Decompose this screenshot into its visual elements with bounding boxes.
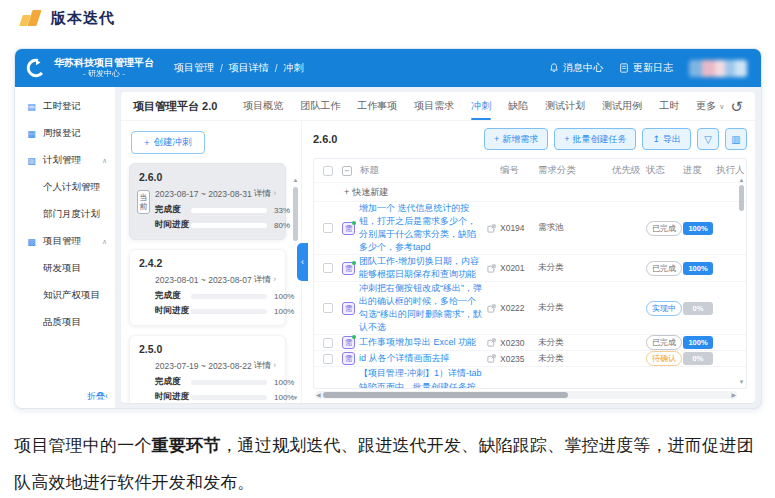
- sprint-version: 2.5.0: [139, 343, 276, 355]
- export-button[interactable]: ↥导出: [642, 128, 691, 150]
- plus-icon: +: [344, 187, 349, 197]
- sprint-detail-title: 2.6.0: [313, 133, 337, 145]
- table-row: 需 团队工作-增加切换日期，内容能够根据日期保存和查询功能 X0201 未分类 …: [314, 255, 746, 282]
- status-badge: 待确认: [646, 351, 682, 366]
- sidebar-group-plan[interactable]: ▧ 计划管理 ∧: [15, 147, 115, 174]
- row-checkbox[interactable]: [323, 338, 333, 348]
- work-item-title[interactable]: 冲刺把右侧按钮改成“移出”，弹出的确认框的时候，多给一个勾选“移出的同时删除需求…: [359, 282, 483, 334]
- scroll-right-icon[interactable]: ▶: [731, 391, 736, 399]
- app-brand: 华苏科技项目管理平台 - 研发中心 -: [54, 57, 154, 80]
- time-progress-value: 80%: [274, 221, 290, 230]
- sidebar-collapse-button[interactable]: 折叠‹: [87, 390, 108, 403]
- open-link-icon[interactable]: [487, 304, 496, 313]
- requirements-table: − 标题 编号 需求分类 优先级 状态 进度 执行人: [313, 158, 747, 389]
- scrollbar-thumb[interactable]: [739, 185, 744, 211]
- breadcrumb-item[interactable]: 项目管理: [174, 61, 214, 75]
- table-vertical-scrollbar[interactable]: ▲ ▼: [738, 184, 745, 378]
- open-link-icon[interactable]: [487, 338, 496, 347]
- sidebar-item-quality-project[interactable]: 品质项目: [15, 309, 115, 336]
- scroll-down-icon[interactable]: ▼: [292, 395, 299, 401]
- tab-bar: 项目概览 团队工作 工作事项 项目需求 冲刺 缺陷 测试计划 测试用例 工时 更…: [243, 92, 724, 120]
- open-link-icon[interactable]: [487, 354, 496, 363]
- tab-test-cases[interactable]: 测试用例: [602, 92, 642, 120]
- scrollbar-thumb[interactable]: [323, 392, 568, 398]
- open-link-icon[interactable]: [487, 264, 496, 273]
- tab-test-plan[interactable]: 测试计划: [545, 92, 585, 120]
- column-status: 状态: [646, 164, 683, 177]
- sidebar-item-rd-project[interactable]: 研发项目: [15, 255, 115, 282]
- work-item-title[interactable]: 【项目管理-冲刺】1）详情-tab缺陷页面中，批量创建任务按钮感觉多余，需要自己…: [359, 367, 483, 388]
- sprint-list-panel: + 创建冲刺 2.6.0 当前 2023-08-17 ~ 2023-08-31: [121, 121, 302, 403]
- progress-badge: 0%: [683, 352, 713, 365]
- sidebar-item-dept-monthly-plan[interactable]: 部门月度计划: [15, 201, 115, 228]
- sprint-detail-panel: ‹ 2.6.0 +新增需求 +批量创建任务 ↥导出 ▽ ▥: [302, 121, 755, 403]
- progress-badge: 100%: [683, 222, 713, 235]
- tab-project-overview[interactable]: 项目概览: [243, 92, 283, 120]
- sprint-list-scrollbar[interactable]: ▲ ▼: [292, 185, 299, 393]
- tab-team-work[interactable]: 团队工作: [300, 92, 340, 120]
- tab-more[interactable]: 更多 ∨: [696, 92, 724, 120]
- collapse-all-icon[interactable]: −: [342, 166, 352, 176]
- work-item-title[interactable]: 增加一个 迭代信息统计的按钮，打开之后是需求多少个，分别属于什么需求分类，缺陷多…: [359, 202, 483, 254]
- breadcrumb-item[interactable]: 项目详情: [229, 61, 269, 75]
- add-requirement-button[interactable]: +新增需求: [484, 128, 548, 150]
- time-progress-label: 时间进度: [155, 391, 191, 403]
- sprint-date-range: 2023-08-17 ~ 2023-08-31: [155, 189, 252, 199]
- collapse-panel-handle[interactable]: ‹: [297, 243, 308, 281]
- sprint-detail-link[interactable]: 详情 ›: [254, 360, 276, 372]
- column-settings-button[interactable]: ▥: [725, 128, 747, 150]
- sidebar-item-timesheet[interactable]: ▤ 工时登记: [15, 93, 115, 120]
- select-all-checkbox[interactable]: [323, 166, 333, 176]
- scroll-up-icon[interactable]: ▲: [292, 177, 299, 183]
- back-icon[interactable]: ↺: [730, 99, 743, 114]
- tab-sprint[interactable]: 冲刺: [471, 92, 491, 120]
- open-link-icon[interactable]: [487, 224, 496, 233]
- table-row: 需 工作事项增加导出 Excel 功能 X0230 未分类 已完成 100%: [314, 335, 746, 351]
- filter-button[interactable]: ▽: [697, 128, 719, 150]
- bell-icon: [549, 63, 559, 73]
- sidebar-group-project[interactable]: ▩ 项目管理 ∧: [15, 228, 115, 255]
- row-checkbox[interactable]: [323, 263, 333, 273]
- scroll-left-icon[interactable]: ◀: [316, 391, 321, 399]
- status-badge: 已完成: [646, 221, 682, 236]
- sidebar-item-personal-plan[interactable]: 个人计划管理: [15, 174, 115, 201]
- sprint-detail-link[interactable]: 详情 ›: [254, 274, 276, 286]
- time-progress-bar: [191, 395, 267, 400]
- work-item-title[interactable]: id 从各个详情画面去掉: [359, 352, 483, 365]
- row-checkbox[interactable]: [323, 354, 333, 364]
- create-sprint-button[interactable]: + 创建冲刺: [131, 131, 205, 154]
- message-center-button[interactable]: 消息中心: [549, 61, 603, 75]
- chevron-up-icon: ∧: [102, 238, 107, 246]
- scrollbar-thumb[interactable]: [293, 187, 298, 241]
- sprint-detail-link[interactable]: 详情 ›: [254, 188, 276, 200]
- quick-create-button[interactable]: +快速新建: [314, 183, 746, 202]
- row-checkbox[interactable]: [323, 223, 333, 233]
- breadcrumb-item[interactable]: 冲刺: [284, 61, 304, 75]
- work-item-title[interactable]: 工作事项增加导出 Excel 功能: [359, 336, 483, 349]
- batch-create-task-button[interactable]: +批量创建任务: [554, 128, 636, 150]
- tab-defects[interactable]: 缺陷: [508, 92, 528, 120]
- tab-work-hours[interactable]: 工时: [659, 92, 679, 120]
- tab-work-items[interactable]: 工作事项: [357, 92, 397, 120]
- tab-project-requirements[interactable]: 项目需求: [414, 92, 454, 120]
- user-avatar[interactable]: [689, 60, 747, 77]
- sidebar-item-weekly-report[interactable]: ▦ 周报登记: [15, 120, 115, 147]
- sprint-card-2-6-0[interactable]: 2.6.0 当前 2023-08-17 ~ 2023-08-31 详情 › 完成…: [129, 163, 286, 240]
- app-screenshot: 华苏科技项目管理平台 - 研发中心 - 项目管理 / 项目详情 / 冲刺 消息中…: [14, 48, 762, 409]
- scroll-down-icon[interactable]: ▼: [738, 379, 745, 385]
- work-item-category: 未分类: [536, 262, 612, 274]
- sprint-card-2-5-0[interactable]: 2.5.0 2023-07-19 ~ 2023-08-22 详情 › 完成度: [129, 335, 286, 403]
- sidebar-item-ip-project[interactable]: 知识产权项目: [15, 282, 115, 309]
- sprint-card-2-4-2[interactable]: 2.4.2 2023-08-01 ~ 2023-08-07 详情 › 完成度: [129, 249, 286, 326]
- scroll-up-icon[interactable]: ▲: [738, 177, 745, 183]
- work-item-category: 未分类: [536, 337, 612, 349]
- work-item-title[interactable]: 团队工作-增加切换日期，内容能够根据日期保存和查询功能: [359, 255, 483, 281]
- row-checkbox[interactable]: [323, 303, 333, 313]
- update-log-button[interactable]: 更新日志: [619, 61, 673, 75]
- plus-icon: +: [564, 134, 569, 144]
- workspace-title: 项目管理平台 2.0: [133, 99, 217, 114]
- progress-badge: 0%: [683, 302, 713, 315]
- completion-label: 完成度: [155, 376, 191, 388]
- table-horizontal-scrollbar[interactable]: ◀ ▶: [315, 391, 737, 399]
- column-category: 需求分类: [536, 164, 612, 177]
